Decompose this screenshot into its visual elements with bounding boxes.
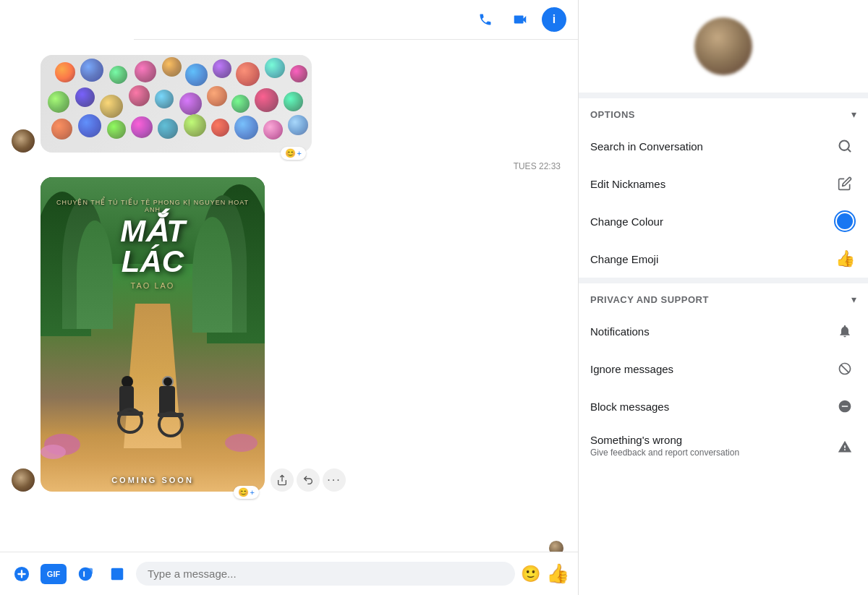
- search-in-conversation-item[interactable]: Search in Conversation: [579, 127, 868, 165]
- image-message-marbles: 😊+: [41, 55, 312, 153]
- reply-button[interactable]: [297, 468, 320, 492]
- svg-rect-1: [87, 568, 93, 573]
- edit-icon: [833, 172, 856, 195]
- character-2: [156, 376, 185, 437]
- video-call-button[interactable]: [507, 7, 533, 33]
- movie-message-row: CHUYỆN THỂ TÚ TIẾU TÊ PHONG KỊ NGUYEN HO…: [12, 177, 566, 492]
- gif-button[interactable]: GIF: [41, 564, 67, 584]
- change-emoji-label: Change Emoji: [590, 253, 658, 265]
- profile-avatar: [694, 17, 752, 75]
- messages-scroll: 😊+ TUES 22:33: [0, 0, 578, 552]
- read-indicator: [12, 541, 566, 552]
- movie-director: TAO LAO: [55, 281, 250, 290]
- info-panel: OPTIONS ▾ Search in Conversation Edit Ni…: [579, 0, 868, 595]
- movie-poster: CHUYỆN THỂ TÚ TIẾU TÊ PHONG KỊ NGUYEN HO…: [41, 177, 265, 492]
- timestamp: TUES 22:33: [12, 161, 566, 171]
- message-input[interactable]: [136, 562, 515, 586]
- message-wrapper: 😊+: [12, 55, 566, 153]
- section-divider: [579, 278, 868, 283]
- privacy-header[interactable]: PRIVACY AND SUPPORT ▾: [579, 283, 868, 312]
- avatar: [12, 129, 35, 153]
- somethings-wrong-item[interactable]: Something's wrong Give feedback and repo…: [579, 425, 868, 466]
- change-emoji-item[interactable]: Change Emoji 👍: [579, 240, 868, 278]
- phone-call-button[interactable]: [472, 7, 498, 33]
- change-colour-item[interactable]: Change Colour: [579, 202, 868, 240]
- options-title: OPTIONS: [590, 109, 635, 120]
- emoji-button[interactable]: 🙂: [521, 565, 540, 583]
- recipient-avatar-mini: [549, 541, 563, 552]
- privacy-chevron-icon: ▾: [851, 294, 856, 305]
- emoji-react-marbles[interactable]: 😊+: [281, 147, 306, 160]
- somethings-wrong-label: Something's wrong: [590, 434, 739, 446]
- emoji-option-icon: 👍: [833, 247, 856, 270]
- movie-message-wrapper: CHUYỆN THỂ TÚ TIẾU TÊ PHONG KỊ NGUYEN HO…: [12, 177, 566, 492]
- coming-soon: COMING SOON: [41, 476, 265, 484]
- top-bar: i: [134, 0, 578, 40]
- search-icon: [833, 134, 856, 158]
- colour-icon: [833, 210, 856, 233]
- search-in-conversation-label: Search in Conversation: [590, 140, 703, 153]
- movie-title-area: CHUYỆN THỂ TÚ TIẾU TÊ PHONG KỊ NGUYEN HO…: [41, 199, 265, 290]
- bell-icon: [833, 320, 856, 343]
- add-button[interactable]: [9, 561, 35, 587]
- sticker-button[interactable]: [72, 561, 98, 587]
- edit-nicknames-item[interactable]: Edit Nicknames: [579, 165, 868, 202]
- input-area: GIF 🙂 👍: [0, 552, 578, 595]
- message-actions: ···: [271, 468, 346, 492]
- ignore-icon: [833, 357, 856, 380]
- profile-section: [579, 0, 868, 98]
- block-icon: [833, 395, 856, 418]
- ignore-messages-label: Ignore messages: [590, 363, 673, 375]
- more-button[interactable]: ···: [323, 468, 346, 492]
- somethings-wrong-sublabel: Give feedback and report conversation: [590, 448, 739, 458]
- like-button[interactable]: 👍: [546, 562, 569, 585]
- marbles-image: [41, 55, 312, 153]
- ignore-messages-item[interactable]: Ignore messages: [579, 350, 868, 388]
- character-1: [116, 376, 145, 434]
- options-chevron-icon: ▾: [851, 108, 856, 120]
- movie-poster-container: CHUYỆN THỂ TÚ TIẾU TÊ PHONG KỊ NGUYEN HO…: [41, 177, 265, 492]
- options-header[interactable]: OPTIONS ▾: [579, 98, 868, 127]
- privacy-title: PRIVACY AND SUPPORT: [590, 294, 709, 305]
- movie-title: MẮT LÁC: [55, 216, 250, 277]
- info-button[interactable]: i: [542, 7, 566, 32]
- change-colour-label: Change Colour: [590, 215, 663, 228]
- options-section: OPTIONS ▾ Search in Conversation Edit Ni…: [579, 98, 868, 466]
- warning-icon: [833, 435, 856, 458]
- block-messages-item[interactable]: Block messages: [579, 388, 868, 425]
- emoji-react-movie[interactable]: 😊+: [234, 486, 259, 499]
- message-row: 😊+: [12, 55, 566, 153]
- somethings-wrong-text: Something's wrong Give feedback and repo…: [590, 434, 739, 458]
- block-messages-label: Block messages: [590, 401, 669, 413]
- avatar-movie: [12, 468, 35, 492]
- share-button[interactable]: [271, 468, 294, 492]
- photo-button[interactable]: [104, 561, 130, 587]
- notifications-item[interactable]: Notifications: [579, 312, 868, 350]
- edit-nicknames-label: Edit Nicknames: [590, 178, 665, 190]
- notifications-label: Notifications: [590, 325, 650, 338]
